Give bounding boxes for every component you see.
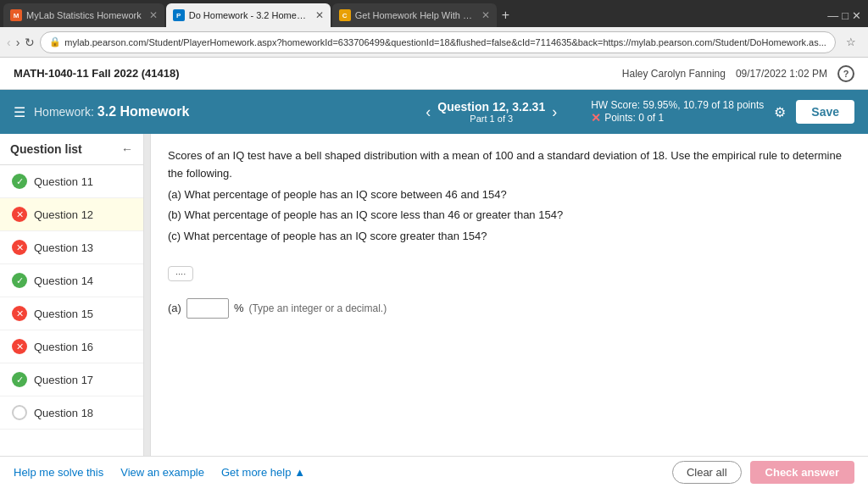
browser-nav-icons: ☆ 👤 🧩 ⬡ ⋯ — [841, 32, 868, 53]
help-me-solve-button[interactable]: Help me solve this — [14, 466, 103, 479]
forward-button[interactable]: › — [16, 32, 20, 53]
question-12-status-icon: ✕ — [12, 207, 27, 222]
main-content: Question list ← ✓ Question 11 ✕ Question… — [0, 134, 868, 456]
tab-pearson[interactable]: P Do Homework - 3.2 Homework ✕ — [166, 3, 331, 27]
check-answer-button[interactable]: Check answer — [750, 461, 854, 484]
datetime: 09/17/2022 1:02 PM — [736, 68, 827, 80]
navigation-bar: ‹ › ↻ 🔒 mylab.pearson.com/Student/Player… — [0, 27, 868, 58]
next-question-button[interactable]: › — [552, 103, 557, 121]
clear-all-button[interactable]: Clear all — [672, 461, 742, 484]
new-tab-button[interactable]: + — [502, 8, 509, 23]
help-options: Help me solve this View an example Get m… — [14, 466, 305, 479]
tab-favicon-pearson: P — [173, 9, 185, 21]
view-example-button[interactable]: View an example — [120, 466, 204, 479]
bookmark-icon[interactable]: ☆ — [841, 32, 861, 53]
tab-close-chegg[interactable]: ✕ — [481, 9, 490, 21]
homework-header: ☰ Homework: 3.2 Homework ‹ Question 12, … — [0, 90, 868, 134]
question-title: Question 12, 3.2.31 — [437, 100, 545, 114]
question-part: Part 1 of 3 — [437, 114, 545, 124]
sidebar-resize-handle — [144, 134, 151, 456]
secure-icon: 🔒 — [49, 36, 61, 47]
address-bar[interactable]: 🔒 mylab.pearson.com/Student/PlayerHomewo… — [40, 31, 836, 53]
question-14-label: Question 14 — [34, 274, 93, 287]
answer-input[interactable] — [186, 298, 229, 319]
question-13-status-icon: ✕ — [12, 240, 27, 255]
tab-bar: M MyLab Statistics Homework ✕ P Do Homew… — [0, 0, 868, 27]
answer-hint: (Type an integer or a decimal.) — [248, 302, 387, 314]
question-list-sidebar: Question list ← ✓ Question 11 ✕ Question… — [0, 134, 144, 456]
points-text: Points: 0 of 1 — [604, 112, 664, 124]
question-17-label: Question 17 — [34, 374, 93, 386]
homework-title: 3.2 Homework — [97, 104, 189, 119]
hamburger-menu-button[interactable]: ☰ — [14, 104, 25, 120]
get-more-help-label: Get more help — [221, 466, 291, 479]
url-text: mylab.pearson.com/Student/PlayerHomework… — [64, 37, 826, 47]
question-14-status-icon: ✓ — [12, 273, 27, 288]
maximize-button[interactable]: □ — [842, 9, 849, 22]
points-x-icon: ✕ — [591, 111, 601, 125]
top-bar: MATH-1040-11 Fall 2022 (41418) Haley Car… — [0, 58, 868, 90]
username: Haley Carolyn Fanning — [622, 68, 726, 80]
question-item-12[interactable]: ✕ Question 12 — [0, 198, 143, 231]
question-12-label: Question 12 — [34, 208, 93, 221]
question-11-status-icon: ✓ — [12, 174, 27, 189]
close-window-button[interactable]: ✕ — [852, 9, 861, 22]
reload-button[interactable]: ↻ — [25, 32, 35, 53]
question-item-17[interactable]: ✓ Question 17 — [0, 363, 143, 396]
tab-close-mylab[interactable]: ✕ — [149, 9, 158, 21]
tab-close-pearson[interactable]: ✕ — [315, 9, 324, 21]
question-list-header: Question list ← — [0, 134, 143, 165]
answer-unit: % — [234, 302, 244, 314]
tab-mylab[interactable]: M MyLab Statistics Homework ✕ — [3, 3, 164, 27]
collapse-sidebar-button[interactable]: ← — [121, 142, 133, 156]
tab-favicon-mylab: M — [10, 9, 22, 21]
tab-label-mylab: MyLab Statistics Homework — [26, 10, 142, 20]
question-navigation: ‹ Question 12, 3.2.31 Part 1 of 3 › — [426, 100, 557, 124]
page-help-icon[interactable]: ? — [837, 65, 854, 82]
bottom-bar: Help me solve this View an example Get m… — [0, 456, 868, 488]
question-13-label: Question 13 — [34, 241, 93, 254]
question-part-c-text: (c) What percentage of people has an IQ … — [168, 228, 851, 246]
question-text: Scores of an IQ test have a bell shaped … — [168, 147, 851, 246]
tab-favicon-chegg: C — [339, 9, 351, 21]
question-15-label: Question 15 — [34, 308, 93, 320]
question-info: Question 12, 3.2.31 Part 1 of 3 — [437, 100, 545, 124]
question-item-13[interactable]: ✕ Question 13 — [0, 231, 143, 264]
question-16-label: Question 16 — [34, 341, 93, 353]
question-16-status-icon: ✕ — [12, 339, 27, 354]
prev-question-button[interactable]: ‹ — [426, 103, 431, 121]
hw-points: ✕ Points: 0 of 1 — [591, 111, 764, 125]
settings-button[interactable]: ⚙ — [774, 104, 786, 120]
back-button[interactable]: ‹ — [7, 32, 11, 53]
question-item-15[interactable]: ✕ Question 15 — [0, 297, 143, 330]
expand-diagram-button[interactable]: ···· — [168, 266, 193, 281]
question-intro: Scores of an IQ test have a bell shaped … — [168, 147, 851, 183]
bottom-right-actions: Clear all Check answer — [672, 461, 854, 484]
profile-icon[interactable]: 👤 — [865, 32, 868, 53]
minimize-button[interactable]: — — [827, 9, 838, 22]
hw-score-section: HW Score: 59.95%, 10.79 of 18 points ✕ P… — [591, 99, 764, 125]
tab-chegg[interactable]: C Get Homework Help With Cheg... ✕ — [332, 3, 497, 27]
question-item-18[interactable]: Question 18 — [0, 396, 143, 430]
save-button[interactable]: Save — [796, 100, 854, 124]
question-part-a-text: (a) What percentage of people has an IQ … — [168, 186, 851, 204]
answer-part-label: (a) — [168, 302, 181, 314]
question-item-11[interactable]: ✓ Question 11 — [0, 165, 143, 198]
course-info: MATH-1040-11 Fall 2022 (41418) — [14, 67, 180, 80]
question-item-14[interactable]: ✓ Question 14 — [0, 264, 143, 297]
question-17-status-icon: ✓ — [12, 372, 27, 387]
get-more-help-button[interactable]: Get more help ▲ — [221, 466, 305, 479]
question-list-title: Question list — [10, 142, 82, 156]
question-content-area: Scores of an IQ test have a bell shaped … — [151, 134, 868, 456]
hw-score-text: HW Score: 59.95%, 10.79 of 18 points — [591, 99, 764, 111]
question-11-label: Question 11 — [34, 175, 93, 188]
homework-label: Homework: — [34, 105, 94, 119]
question-item-16[interactable]: ✕ Question 16 — [0, 330, 143, 363]
question-18-label: Question 18 — [34, 407, 93, 419]
user-info: Haley Carolyn Fanning 09/17/2022 1:02 PM… — [622, 65, 854, 82]
question-15-status-icon: ✕ — [12, 306, 27, 321]
tab-label-pearson: Do Homework - 3.2 Homework — [189, 10, 308, 20]
question-part-b-text: (b) What percentage of people has an IQ … — [168, 207, 851, 225]
get-more-help-chevron: ▲ — [294, 466, 305, 479]
answer-area: (a) % (Type an integer or a decimal.) — [168, 298, 851, 319]
